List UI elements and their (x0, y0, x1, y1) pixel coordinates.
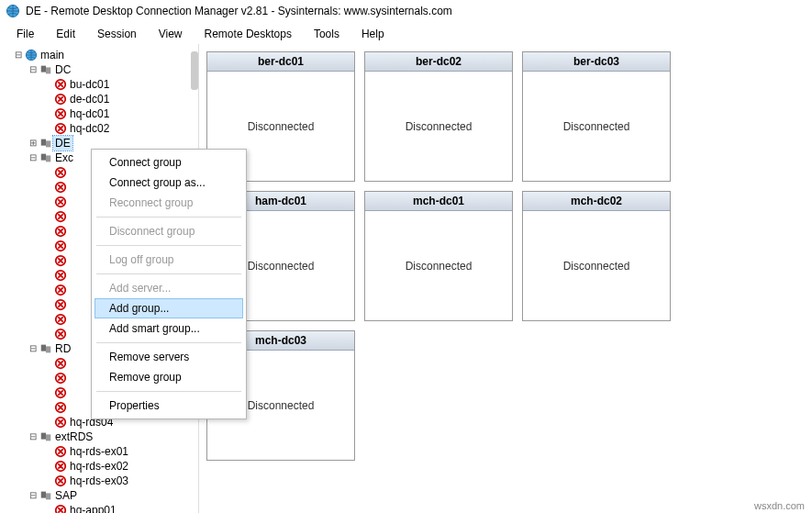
servers-icon (39, 137, 53, 150)
tree-group-sap[interactable]: ⊟SAP (2, 488, 196, 503)
separator (96, 217, 241, 217)
ctx-disconnect-group: Disconnect group (95, 221, 243, 241)
ctx-add-group[interactable]: Add group... (95, 298, 243, 318)
error-icon (53, 284, 68, 296)
tree-label: Exc (53, 151, 75, 165)
tree-label: hq-rds-ex03 (68, 474, 130, 488)
tile-title: ber-dc03 (523, 52, 670, 72)
menu-bar: File Edit Session View Remote Desktops T… (0, 22, 812, 45)
ctx-logoff-group: Log off group (95, 250, 243, 270)
tile-title: ber-dc02 (365, 52, 512, 72)
error-icon (53, 210, 68, 223)
menu-remote-desktops[interactable]: Remote Desktops (194, 26, 303, 42)
error-icon (53, 416, 68, 429)
error-icon (53, 328, 68, 340)
error-icon (53, 504, 68, 513)
tree-server[interactable]: hq-rds-ex03 (2, 474, 196, 488)
separator (96, 391, 241, 392)
error-icon (53, 240, 68, 252)
tree-label: hq-app01 (68, 503, 118, 513)
collapse-icon[interactable]: ⊟ (28, 151, 39, 165)
separator (96, 342, 241, 343)
collapse-icon[interactable]: ⊟ (28, 429, 39, 444)
menu-edit[interactable]: Edit (45, 26, 86, 42)
tree-group-dc[interactable]: ⊟DC (2, 62, 196, 77)
error-icon (53, 122, 68, 135)
ctx-add-smart-group[interactable]: Add smart group... (95, 318, 243, 339)
servers-icon (39, 151, 53, 164)
tree-label: hq-rds-ex01 (68, 444, 130, 459)
error-icon (53, 166, 68, 179)
separator (96, 273, 241, 274)
scrollbar-thumb[interactable] (191, 51, 198, 90)
expand-icon[interactable]: ⊞ (28, 136, 39, 151)
menu-tools[interactable]: Tools (303, 26, 350, 42)
tree-label-selected: DE (53, 136, 72, 151)
collapse-icon[interactable]: ⊟ (28, 62, 39, 77)
tree-server[interactable]: hq-dc02 (2, 121, 196, 136)
error-icon (53, 460, 68, 473)
error-icon (53, 313, 68, 326)
error-icon (53, 269, 68, 282)
tile-title: mch-dc01 (365, 192, 512, 211)
error-icon (53, 445, 68, 458)
separator (96, 245, 241, 246)
tree-label: de-dc01 (68, 92, 111, 106)
tile-status: Disconnected (365, 211, 512, 320)
tree-server[interactable]: hq-app01 (2, 503, 196, 513)
error-icon (53, 372, 68, 385)
tree-server[interactable]: bu-dc01 (2, 77, 196, 92)
server-tile[interactable]: mch-dc02Disconnected (522, 191, 671, 321)
tree-label: SAP (53, 488, 79, 503)
ctx-connect-group[interactable]: Connect group (95, 152, 243, 173)
menu-view[interactable]: View (148, 26, 194, 42)
error-icon (53, 474, 68, 487)
collapse-icon[interactable]: ⊟ (13, 48, 24, 62)
error-icon (53, 357, 68, 370)
collapse-icon[interactable]: ⊟ (28, 488, 39, 503)
thumbnail-area: ber-dc01Disconnected ber-dc02Disconnecte… (199, 44, 812, 513)
ctx-remove-group[interactable]: Remove group (95, 367, 243, 387)
tile-status: Disconnected (523, 211, 670, 320)
ctx-add-server: Add server... (95, 278, 243, 298)
menu-session[interactable]: Session (86, 26, 148, 42)
error-icon (53, 78, 68, 91)
tree-group-extrds[interactable]: ⊟extRDS (2, 429, 196, 444)
tile-status: Disconnected (523, 72, 670, 181)
ctx-connect-group-as[interactable]: Connect group as... (95, 173, 243, 193)
app-icon (6, 4, 20, 18)
ctx-properties[interactable]: Properties (95, 396, 243, 416)
window-title: DE - Remote Desktop Connection Manager v… (26, 5, 452, 17)
ctx-remove-servers[interactable]: Remove servers (95, 347, 243, 367)
tree-label: hq-dc01 (68, 106, 111, 121)
footer-watermark: wsxdn.com (754, 500, 805, 511)
tree-server[interactable]: hq-rds-ex01 (2, 444, 196, 459)
tree-label: hq-rds-ex02 (68, 459, 130, 474)
error-icon (53, 93, 68, 106)
error-icon (53, 254, 68, 267)
ctx-reconnect-group: Reconnect group (95, 193, 243, 213)
tree-label: main (39, 48, 66, 62)
servers-icon (39, 430, 53, 443)
tree-server[interactable]: hq-dc01 (2, 106, 196, 121)
tree-label: extRDS (53, 429, 95, 444)
servers-icon (39, 489, 53, 502)
menu-help[interactable]: Help (350, 26, 395, 42)
server-tile[interactable]: ber-dc03Disconnected (522, 51, 671, 182)
tile-title: ber-dc01 (207, 52, 354, 72)
error-icon (53, 386, 68, 399)
tree-root[interactable]: ⊟main (2, 48, 196, 62)
menu-file[interactable]: File (6, 26, 45, 42)
globe-icon (24, 49, 39, 61)
context-menu: Connect group Connect group as... Reconn… (91, 149, 247, 419)
error-icon (53, 401, 68, 414)
error-icon (53, 181, 68, 194)
server-tile[interactable]: ber-dc02Disconnected (364, 51, 513, 182)
tree-server[interactable]: de-dc01 (2, 92, 196, 106)
tile-status: Disconnected (365, 72, 512, 181)
tree-server[interactable]: hq-rds-ex02 (2, 459, 196, 474)
collapse-icon[interactable]: ⊟ (28, 341, 39, 356)
server-tile[interactable]: mch-dc01Disconnected (364, 191, 513, 321)
tree-label: bu-dc01 (68, 77, 111, 92)
error-icon (53, 195, 68, 208)
